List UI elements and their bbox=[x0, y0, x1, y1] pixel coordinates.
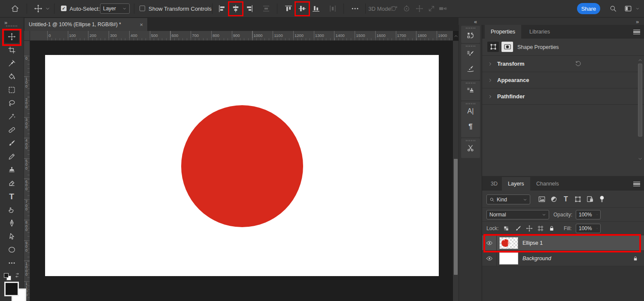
section-transform[interactable]: Transform bbox=[482, 56, 644, 72]
eyedropper-tool[interactable] bbox=[4, 57, 19, 70]
eraser-tool[interactable] bbox=[4, 176, 19, 189]
shape-transform-mode-button[interactable] bbox=[487, 42, 499, 52]
document-tab[interactable]: Untitled-1 @ 100% (Ellipse 1, RGB/8#) * … bbox=[24, 18, 147, 31]
type-tool[interactable]: T bbox=[4, 190, 19, 203]
pencil-tool[interactable] bbox=[4, 150, 19, 163]
lasso-tool[interactable] bbox=[4, 97, 19, 109]
tab-channels[interactable]: Channels bbox=[530, 177, 565, 191]
lock-image-pixels[interactable] bbox=[514, 225, 522, 232]
marquee-tool[interactable] bbox=[4, 83, 19, 96]
canvas[interactable] bbox=[45, 55, 439, 276]
healing-brush-tool[interactable] bbox=[4, 123, 19, 136]
align-right-edges[interactable] bbox=[244, 3, 255, 14]
clone-source-panel-button[interactable] bbox=[464, 85, 477, 97]
magic-wand-tool[interactable] bbox=[4, 110, 19, 123]
align-top-edges[interactable] bbox=[283, 3, 294, 14]
align-vertical-centers[interactable] bbox=[297, 3, 308, 14]
distribute-vertical-centers[interactable] bbox=[261, 3, 272, 14]
move-tool[interactable] bbox=[4, 30, 19, 43]
scrollbar-thumb[interactable] bbox=[454, 159, 458, 275]
foreground-color-swatch[interactable] bbox=[4, 282, 19, 296]
3d-roll-button[interactable] bbox=[401, 3, 412, 14]
fill-dropdown[interactable]: 100% bbox=[576, 224, 601, 233]
pen-tool[interactable] bbox=[4, 216, 19, 229]
search-button[interactable] bbox=[608, 3, 619, 14]
filter-smart-objects[interactable] bbox=[585, 195, 595, 204]
brushes-panel-button[interactable] bbox=[464, 63, 477, 75]
collapse-dock-icon[interactable]: « bbox=[474, 19, 476, 24]
3d-slide-button[interactable] bbox=[426, 3, 437, 14]
ellipse-tool[interactable] bbox=[4, 243, 19, 256]
clone-stamp-tool[interactable] bbox=[4, 163, 19, 176]
layer-visibility-toggle[interactable] bbox=[482, 251, 497, 266]
tab-3d[interactable]: 3D bbox=[485, 177, 504, 191]
character-panel-button[interactable]: A| bbox=[464, 105, 477, 117]
collapse-ruler-icon[interactable] bbox=[453, 33, 459, 39]
show-transform-controls-checkbox[interactable] bbox=[140, 6, 145, 11]
filter-adjustment-layers[interactable] bbox=[549, 195, 559, 204]
panel-menu-icon[interactable] bbox=[633, 30, 640, 34]
tab-libraries[interactable]: Libraries bbox=[523, 25, 556, 39]
align-horizontal-centers[interactable] bbox=[230, 3, 241, 14]
lock-position[interactable] bbox=[525, 225, 534, 232]
tool-presets-panel-button[interactable] bbox=[464, 142, 477, 154]
tab-close-icon[interactable]: × bbox=[140, 22, 143, 27]
default-colors-icon[interactable] bbox=[4, 273, 12, 280]
expand-dock-icon[interactable]: » bbox=[636, 19, 638, 24]
opacity-dropdown[interactable]: 100% bbox=[576, 210, 601, 219]
vertical-ruler[interactable]: 01 0 02 0 03 0 04 0 05 0 06 0 07 0 08 0 … bbox=[24, 41, 30, 301]
scroll-up-icon[interactable] bbox=[638, 58, 643, 63]
move-tool-options-button[interactable] bbox=[33, 3, 44, 14]
3d-camera-button[interactable] bbox=[437, 3, 448, 14]
crop-tool[interactable] bbox=[4, 43, 19, 56]
align-bottom-edges[interactable] bbox=[310, 3, 322, 14]
paint-bucket-tool[interactable] bbox=[4, 70, 19, 83]
layer-row[interactable]: Ellipse 1 bbox=[482, 235, 644, 251]
tab-layers[interactable]: Layers bbox=[502, 177, 530, 191]
section-pathfinder[interactable]: Pathfinder bbox=[482, 88, 644, 105]
lock-transparent-pixels[interactable] bbox=[502, 225, 510, 232]
auto-select-target-dropdown[interactable]: Layer bbox=[100, 3, 130, 14]
panel-menu-icon[interactable] bbox=[633, 182, 640, 186]
scrollbar-thumb[interactable] bbox=[638, 64, 642, 137]
home-button[interactable] bbox=[9, 3, 21, 14]
workspace-chevron[interactable] bbox=[634, 3, 641, 14]
3d-drag-button[interactable] bbox=[414, 3, 425, 14]
more-align-options[interactable] bbox=[349, 3, 361, 14]
collapse-tools-icon[interactable]: » bbox=[4, 20, 6, 25]
layer-filter-toggle[interactable] bbox=[597, 193, 607, 205]
red-ellipse-shape[interactable] bbox=[181, 105, 303, 227]
lock-artboard-nesting[interactable] bbox=[536, 225, 545, 232]
filter-shape-layers[interactable] bbox=[573, 195, 583, 204]
lock-all[interactable] bbox=[547, 225, 556, 232]
auto-select-checkbox[interactable] bbox=[61, 6, 67, 11]
more-tools[interactable] bbox=[4, 256, 19, 269]
tab-properties[interactable]: Properties bbox=[485, 25, 521, 39]
swap-colors-icon[interactable] bbox=[14, 272, 20, 278]
paragraph-panel-button[interactable]: ¶ bbox=[464, 120, 477, 132]
layer-visibility-toggle[interactable] bbox=[482, 235, 497, 251]
align-left-edges[interactable] bbox=[216, 3, 228, 14]
mask-mode-button[interactable] bbox=[501, 42, 513, 52]
document-vertical-scrollbar[interactable] bbox=[453, 41, 459, 301]
history-panel-button[interactable] bbox=[464, 30, 477, 42]
3d-orbit-button[interactable] bbox=[388, 3, 399, 14]
reset-transform-icon[interactable] bbox=[575, 61, 582, 67]
direct-selection-tool[interactable] bbox=[4, 230, 19, 243]
filter-pixel-layers[interactable] bbox=[537, 195, 547, 204]
distribute-horizontal-centers[interactable] bbox=[327, 3, 338, 14]
layer-filter-kind-dropdown[interactable]: Kind bbox=[486, 195, 530, 204]
tool-preset-chevron[interactable] bbox=[44, 3, 52, 14]
workspace-switcher-button[interactable] bbox=[623, 3, 634, 14]
horizontal-ruler[interactable]: 0100200300400500600700800900100011001200… bbox=[30, 31, 453, 41]
scroll-down-icon[interactable] bbox=[638, 156, 643, 161]
share-button[interactable]: Share bbox=[577, 3, 600, 14]
brush-settings-panel-button[interactable] bbox=[464, 48, 477, 60]
properties-scrollbar[interactable] bbox=[638, 58, 643, 186]
filter-type-layers[interactable]: T bbox=[561, 195, 571, 204]
layer-row[interactable]: Background bbox=[482, 251, 644, 266]
smudge-tool[interactable] bbox=[4, 203, 19, 216]
section-appearance[interactable]: Appearance bbox=[482, 72, 644, 88]
brush-tool[interactable] bbox=[4, 137, 19, 149]
blend-mode-dropdown[interactable]: Normal bbox=[486, 210, 549, 219]
